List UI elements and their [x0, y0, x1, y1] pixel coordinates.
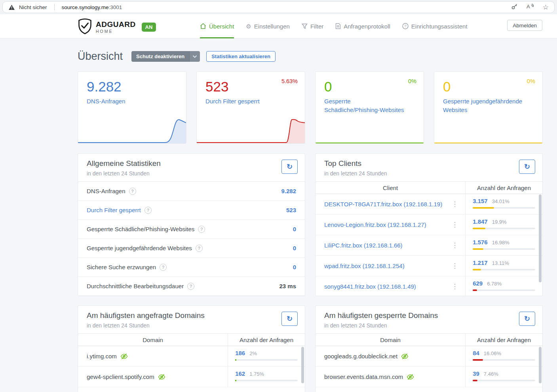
- help-tooltip-icon[interactable]: ?: [160, 264, 167, 271]
- kebab-menu-icon[interactable]: ⋮: [450, 241, 460, 249]
- request-percent: 1.75%: [249, 371, 264, 377]
- refresh-statistics-button[interactable]: Statistiken aktualisieren: [206, 51, 276, 62]
- help-tooltip-icon[interactable]: ?: [144, 207, 152, 214]
- kebab-menu-icon[interactable]: ⋮: [450, 221, 460, 229]
- filter-funnel-icon: [302, 23, 308, 29]
- stats-row: DNS-Anfragen? 9.282: [78, 182, 305, 201]
- top-blocked-domains-panel: Am häufigsten gesperrte Domains in den l…: [315, 305, 543, 392]
- stat-label[interactable]: Gesperrte jugendgefährdende Websites: [443, 97, 526, 114]
- help-tooltip-icon[interactable]: ?: [196, 245, 203, 252]
- eye-slash-icon[interactable]: [158, 374, 165, 380]
- disable-protection-caret[interactable]: [189, 51, 200, 62]
- read-aloud-icon[interactable]: A: [527, 3, 534, 11]
- security-status[interactable]: Nicht sicher: [19, 4, 47, 10]
- stat-percent: 0%: [408, 78, 416, 84]
- client-link[interactable]: Lenovo-Legion.fritz.box (192.168.1.27): [324, 221, 426, 228]
- client-link[interactable]: sonyg8441.fritz.box (192.168.1.49): [324, 283, 416, 290]
- stats-row: Gesperrte Schädliche/Phishing-Websites? …: [78, 220, 305, 239]
- kebab-menu-icon[interactable]: ⋮: [450, 282, 460, 291]
- password-key-icon[interactable]: [511, 3, 518, 11]
- request-percent: 2%: [249, 350, 257, 356]
- table-row: gew4-spclient.spotify.com 1621.75%: [78, 367, 305, 387]
- table-row: [78, 387, 305, 392]
- stat-value: 0: [324, 79, 415, 95]
- table-row: DESKTOP-T8GA71T.fritz.box (192.168.1.19)…: [316, 194, 542, 215]
- request-count: 1.847: [473, 218, 488, 225]
- scrollbar-thumb[interactable]: [539, 347, 542, 383]
- nav-item-uebersicht[interactable]: Übersicht: [200, 14, 234, 38]
- stats-value: 0: [293, 264, 296, 270]
- nav-item-einrichtungsassistent[interactable]: ? Einrichtungsassistent: [402, 14, 468, 38]
- eye-slash-icon[interactable]: [401, 353, 409, 360]
- stats-value: 523: [286, 207, 296, 213]
- domain-name: browser.events.data.msn.com: [324, 373, 414, 380]
- main-nav: Übersicht ⚙ Einstellungen Filter Anfrage…: [200, 14, 468, 38]
- url-text[interactable]: source.synology.me:3001: [62, 4, 122, 10]
- address-bar[interactable]: Nicht sicher source.synology.me:3001 A ☆: [2, 1, 555, 13]
- refresh-button[interactable]: ↻: [519, 160, 535, 174]
- blocked-by-filters-link[interactable]: Durch Filter gesperrt?: [87, 207, 152, 214]
- nav-item-anfragenprotokoll[interactable]: Anfragenprotokoll: [335, 14, 390, 38]
- stats-row: Durch Filter gesperrt? 523: [78, 201, 305, 220]
- domain-name: googleads.g.doubleclick.net: [324, 353, 409, 360]
- panel-subtitle: in den letzten 24 Stunden: [87, 170, 296, 177]
- stat-value: 9.282: [87, 79, 177, 95]
- kebab-menu-icon[interactable]: ⋮: [450, 200, 460, 208]
- request-percent: 13.11%: [492, 260, 509, 266]
- panel-subtitle: in den letzten 24 Stunden: [87, 322, 296, 329]
- help-tooltip-icon[interactable]: ?: [129, 188, 136, 195]
- table-row: wpad.fritz.box (192.168.1.254) ⋮ 1.21713…: [316, 256, 542, 276]
- client-link[interactable]: wpad.fritz.box (192.168.1.254): [324, 263, 405, 269]
- scrollbar-thumb[interactable]: [539, 194, 542, 282]
- refresh-button[interactable]: ↻: [519, 312, 535, 326]
- stat-value: 0: [443, 79, 534, 95]
- stats-value: 0: [293, 226, 296, 232]
- help-tooltip-icon[interactable]: ?: [187, 283, 194, 290]
- request-percent: 16.98%: [492, 240, 509, 245]
- logout-button[interactable]: Abmelden: [507, 20, 542, 31]
- svg-text:?: ?: [404, 24, 406, 28]
- top-requested-domains-panel: Am häufigsten angefragte Domains in den …: [78, 305, 305, 392]
- client-link[interactable]: LiliPC.fritz.box (192.168.1.66): [324, 242, 403, 249]
- favorite-star-icon[interactable]: ☆: [543, 4, 549, 11]
- stats-row: Sichere Suche erzwungen? 0: [78, 258, 305, 277]
- progress-bar: [473, 289, 535, 291]
- adguard-logo[interactable]: ADGUARD HOME AN: [78, 18, 156, 36]
- request-count: 1.576: [473, 239, 488, 245]
- disable-protection-button[interactable]: Schutz deaktivieren: [131, 51, 189, 62]
- request-percent: 6.78%: [487, 281, 502, 287]
- eye-slash-icon[interactable]: [120, 353, 128, 360]
- protection-on-badge: AN: [142, 23, 156, 32]
- help-tooltip-icon[interactable]: ?: [198, 226, 205, 233]
- eye-slash-icon[interactable]: [407, 374, 414, 380]
- stats-value: 0: [293, 245, 296, 251]
- table-row: sonyg8441.fritz.box (192.168.1.49) ⋮ 629…: [316, 276, 542, 296]
- chevron-down-icon: [192, 55, 197, 58]
- stat-label[interactable]: Gesperrte Schädliche/Phishing-Websites: [324, 97, 407, 114]
- divider: [54, 4, 55, 10]
- table-row: googleads.g.doubleclick.net 8416.06%: [316, 346, 542, 367]
- table-header: Domain Anzahl der Anfragen: [316, 334, 542, 346]
- disable-protection-split-button: Schutz deaktivieren: [131, 51, 200, 62]
- stat-label[interactable]: Durch Filter gesperrt: [205, 97, 289, 106]
- domain-name: i.ytimg.com: [87, 353, 128, 360]
- request-percent: 34.01%: [492, 198, 509, 204]
- request-count: 39: [473, 370, 479, 377]
- refresh-button[interactable]: ↻: [281, 160, 298, 174]
- panel-title: Top Clients: [324, 159, 534, 168]
- progress-bar: [473, 207, 535, 209]
- domain-name: gew4-spclient.spotify.com: [87, 373, 165, 380]
- page-title: Übersicht: [78, 50, 123, 63]
- kebab-menu-icon[interactable]: ⋮: [450, 262, 460, 270]
- table-row: [316, 387, 542, 392]
- refresh-button[interactable]: ↻: [281, 312, 298, 326]
- warning-icon[interactable]: [8, 4, 15, 10]
- nav-item-filter[interactable]: Filter: [302, 14, 323, 38]
- stat-label[interactable]: DNS-Anfragen: [87, 97, 170, 106]
- home-icon: [200, 23, 206, 29]
- stat-card-blocked-adult: 0 Gesperrte jugendgefährdende Websites 0…: [434, 71, 543, 144]
- client-link[interactable]: DESKTOP-T8GA71T.fritz.box (192.168.1.19): [324, 201, 442, 207]
- nav-item-einstellungen[interactable]: ⚙ Einstellungen: [246, 14, 290, 38]
- scrollbar-thumb[interactable]: [301, 347, 304, 383]
- top-clients-panel: Top Clients in den letzten 24 Stunden ↻ …: [315, 153, 543, 296]
